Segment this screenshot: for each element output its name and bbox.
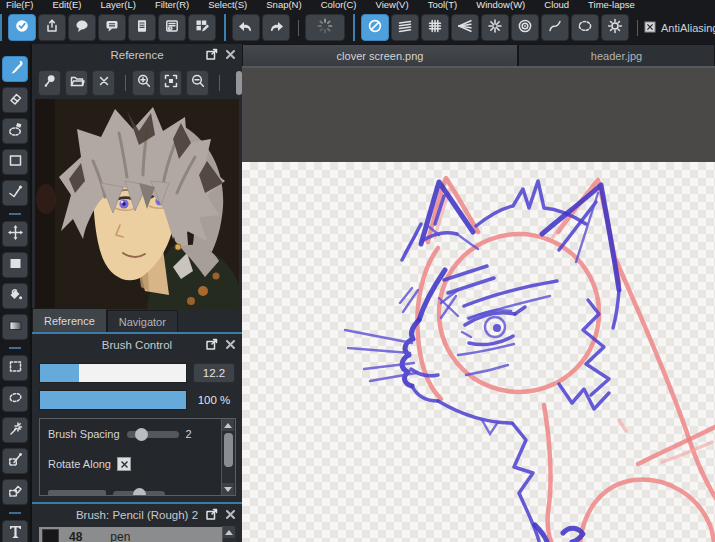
paint-bucket-icon bbox=[7, 286, 24, 306]
eraser-tool[interactable] bbox=[2, 87, 28, 113]
magic-wand-tool[interactable] bbox=[2, 417, 28, 443]
select-lasso-tool[interactable] bbox=[2, 386, 28, 412]
grid-pencil-icon bbox=[194, 18, 210, 37]
popout-panel-button[interactable] bbox=[206, 338, 218, 353]
magic-wand-icon bbox=[7, 420, 24, 440]
smudge-select-tool[interactable] bbox=[2, 118, 28, 144]
open-image-button[interactable] bbox=[65, 70, 88, 96]
concentric-circles-icon bbox=[517, 18, 533, 37]
vanishing-point-snap-button[interactable] bbox=[451, 14, 479, 41]
move-tool[interactable] bbox=[2, 221, 28, 247]
busy-spinner-button[interactable] bbox=[305, 14, 345, 41]
settings-scrollbar[interactable] bbox=[221, 419, 235, 495]
popout-panel-button[interactable] bbox=[206, 508, 218, 523]
menu-item-edit[interactable]: Edit(E) bbox=[52, 0, 81, 11]
ellipse-snap-button[interactable] bbox=[571, 14, 599, 41]
drawing-canvas[interactable] bbox=[242, 162, 715, 542]
scroll-up-arrow[interactable] bbox=[222, 419, 234, 431]
cloud-sync-button[interactable] bbox=[8, 14, 36, 41]
radial-snap-button[interactable] bbox=[481, 14, 509, 41]
scroll-down-arrow[interactable] bbox=[222, 483, 234, 495]
tab-reference[interactable]: Reference bbox=[32, 308, 107, 332]
rectangle-tool[interactable] bbox=[2, 149, 28, 175]
brush-size-value[interactable]: 12.2 bbox=[193, 363, 235, 383]
rotate-along-checkbox[interactable] bbox=[117, 457, 131, 471]
menu-item-filter[interactable]: Filter(R) bbox=[155, 0, 189, 11]
brush-tool[interactable] bbox=[2, 56, 28, 82]
bucket-tool[interactable] bbox=[2, 283, 28, 309]
fit-view-button[interactable] bbox=[159, 70, 182, 96]
eraser-icon bbox=[7, 90, 24, 110]
brush-settings-list: Brush Spacing 2 Rotate Along bbox=[39, 418, 236, 496]
move-arrows-icon bbox=[7, 224, 24, 244]
toolbar-divider bbox=[298, 20, 299, 36]
undo-arrow-icon bbox=[237, 18, 255, 37]
menu-item-snap[interactable]: Snap(N) bbox=[266, 0, 301, 11]
pick-color-button[interactable] bbox=[38, 70, 61, 96]
document-button[interactable] bbox=[128, 14, 156, 41]
close-panel-button[interactable] bbox=[225, 338, 236, 353]
brush-preview-swatch bbox=[42, 529, 59, 542]
canvas-area: clover screen.png header.jpg bbox=[242, 44, 715, 542]
snap-settings-button[interactable] bbox=[601, 14, 629, 41]
comment-button[interactable] bbox=[68, 14, 96, 41]
menu-item-window[interactable]: Window(W) bbox=[476, 0, 525, 11]
select-pen-tool[interactable] bbox=[2, 448, 28, 474]
fill-rect-tool[interactable] bbox=[2, 252, 28, 278]
tab-clover-screen[interactable]: clover screen.png bbox=[242, 44, 518, 66]
scroll-up-arrow[interactable] bbox=[223, 526, 235, 538]
close-panel-button[interactable] bbox=[225, 48, 236, 63]
undo-button[interactable] bbox=[232, 14, 260, 41]
concentric-snap-button[interactable] bbox=[511, 14, 539, 41]
select-rect-tool[interactable] bbox=[2, 355, 28, 381]
list-clock-icon bbox=[164, 18, 180, 37]
select-eraser-tool[interactable] bbox=[2, 479, 28, 505]
brush-list-scrollbar[interactable] bbox=[222, 526, 236, 542]
menu-item-file[interactable]: File(F) bbox=[6, 0, 33, 11]
text-tool[interactable] bbox=[2, 520, 28, 542]
clipped-slider[interactable] bbox=[113, 491, 165, 497]
main-toolbar: AntiAliasing Correc bbox=[0, 11, 715, 44]
grid-snap-button[interactable] bbox=[421, 14, 449, 41]
tab-navigator[interactable]: Navigator bbox=[107, 310, 178, 332]
menu-item-color[interactable]: Color(C) bbox=[321, 0, 357, 11]
tool-group-divider bbox=[9, 347, 21, 349]
menu-item-cloud[interactable]: Cloud bbox=[544, 0, 569, 11]
zoom-out-button[interactable] bbox=[186, 70, 209, 96]
polyline-pen-tool[interactable] bbox=[2, 180, 28, 206]
gradient-tool[interactable] bbox=[2, 314, 28, 340]
brush-spacing-slider[interactable] bbox=[127, 431, 179, 438]
document-icon bbox=[134, 18, 150, 37]
curve-snap-button[interactable] bbox=[541, 14, 569, 41]
popout-panel-button[interactable] bbox=[206, 48, 218, 63]
menu-item-select[interactable]: Select(S) bbox=[208, 0, 247, 11]
redo-button[interactable] bbox=[262, 14, 290, 41]
menu-item-view[interactable]: View(V) bbox=[376, 0, 409, 11]
gear-icon bbox=[607, 18, 623, 37]
parallel-snap-button[interactable] bbox=[391, 14, 419, 41]
toolbar-divider bbox=[637, 20, 638, 36]
tool-group-divider bbox=[9, 213, 21, 215]
menu-item-tool[interactable]: Tool(T) bbox=[428, 0, 458, 11]
brush-opacity-slider[interactable] bbox=[39, 390, 187, 410]
menu-item-layer[interactable]: Layer(L) bbox=[101, 0, 136, 11]
clear-reference-button[interactable] bbox=[92, 70, 115, 96]
history-button[interactable] bbox=[158, 14, 186, 41]
export-button[interactable] bbox=[38, 14, 66, 41]
chat-button[interactable] bbox=[98, 14, 126, 41]
edit-canvas-button[interactable] bbox=[188, 14, 216, 41]
antialiasing-checkbox[interactable]: AntiAliasing bbox=[644, 21, 715, 35]
rectangle-icon bbox=[7, 152, 24, 172]
rotate-along-row: Rotate Along bbox=[40, 449, 221, 479]
snap-off-button[interactable] bbox=[361, 14, 389, 41]
brush-opacity-row: 100 % bbox=[39, 390, 236, 410]
brush-size-slider[interactable] bbox=[39, 363, 187, 383]
reference-image[interactable] bbox=[35, 99, 239, 309]
zoom-in-button[interactable] bbox=[132, 70, 155, 96]
menu-item-timelapse[interactable]: Time-lapse bbox=[588, 0, 635, 11]
brush-icon bbox=[7, 59, 24, 79]
tab-header-jpg[interactable]: header.jpg bbox=[518, 44, 715, 66]
brush-list-item[interactable]: 48 pen bbox=[39, 527, 222, 542]
close-panel-button[interactable] bbox=[225, 508, 236, 523]
scrollbar-thumb[interactable] bbox=[224, 433, 233, 467]
